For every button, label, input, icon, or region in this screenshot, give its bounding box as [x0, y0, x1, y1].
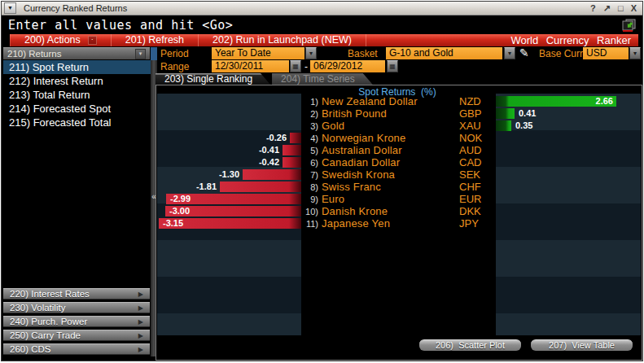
sidebar-section-bar[interactable]: 240) Purch. Power▶ [3, 316, 150, 327]
help-icon[interactable]: ? [590, 3, 596, 14]
currency-rank: 7) [301, 170, 318, 180]
menu-item[interactable]: 202) Run in Launchpad (NEW) [199, 34, 366, 46]
sidebar-section-bar[interactable]: 230) Volatility▶ [3, 302, 150, 313]
currency-name: Norwegian Krone [322, 132, 405, 144]
range-end-input[interactable]: 06/29/2012 [310, 60, 385, 72]
menu-item[interactable]: 200) Actions· [10, 34, 112, 46]
splitter-top-cap [151, 47, 157, 60]
currency-name: Gold [322, 120, 344, 132]
currency-row[interactable]: 7)Swedish KronaSEK [301, 168, 496, 181]
currency-name: Australian Dollar [322, 144, 402, 156]
window-menu-button[interactable]: ▼ [4, 2, 16, 14]
sidebar-section-bar[interactable]: 250) Carry Trade▶ [3, 330, 150, 341]
sidebar-item[interactable]: 215) Forecasted Total [3, 116, 151, 129]
currency-row[interactable]: 1)New Zealand DollarNZD [301, 95, 496, 107]
currency-rank: 5) [301, 146, 318, 155]
tab-bar: 203) Single Ranking204) Time Series [156, 73, 373, 85]
sidebar-item[interactable]: 214) Forecasted Spot [3, 102, 151, 116]
tab-time-series[interactable]: 204) Time Series [272, 73, 373, 85]
currency-code: XAU [459, 120, 481, 132]
currency-name: Euro [322, 193, 344, 205]
bar-value-label: 0.35 [515, 120, 532, 131]
negative-bar [220, 182, 301, 192]
range-separator: - [304, 61, 308, 72]
currency-row[interactable]: 3)GoldXAU [301, 120, 496, 132]
sidebar-section-bar[interactable]: 220) Interest Rates▶ [3, 288, 150, 300]
sidebar-section-bar[interactable]: 260) CDS▶ [3, 343, 150, 355]
base-curr-label: Base Curr [539, 48, 583, 59]
period-select[interactable]: Year To Date [212, 47, 304, 59]
actions-dropdown-marker[interactable]: · [88, 36, 97, 45]
currency-row[interactable]: 9)EuroEUR [301, 193, 496, 205]
view-table-button[interactable]: 207) View Table [531, 339, 633, 351]
menu-item[interactable]: 201) Refresh [112, 34, 199, 46]
app-window: ▼ Currency Ranked Returns ?↗□X Enter all… [1, 1, 643, 361]
function-title: World Currency Ranker [510, 34, 638, 46]
currency-code: GBP [459, 107, 481, 120]
basket-dropdown-icon[interactable]: ▾ [504, 47, 515, 59]
negative-bars-column: -0.26-0.41-0.42-1.30-1.81-2.99-3.00-3.15 [157, 94, 301, 335]
currency-code: CHF [459, 181, 481, 193]
currency-row[interactable]: 8)Swiss FrancCHF [301, 181, 496, 193]
sidebar-item[interactable]: 211) Spot Return [3, 60, 151, 74]
currency-row[interactable]: 10)Danish KroneDKK [301, 205, 496, 217]
currency-row[interactable]: 11)Japanese YenJPY [301, 217, 496, 230]
negative-bar [243, 169, 301, 180]
currency-row[interactable]: 2)British PoundGBP [301, 107, 496, 120]
bar-value-label: 0.41 [519, 108, 536, 119]
submenu-arrow-icon: ▶ [138, 291, 143, 298]
currency-name: British Pound [322, 107, 387, 120]
bar-value-label: -0.26 [266, 133, 287, 143]
bar-value-label: -1.30 [219, 169, 239, 180]
title-bar: ▼ Currency Ranked Returns ?↗□X [2, 2, 642, 15]
chevron-down-icon[interactable]: ▾ [135, 49, 146, 59]
currency-rank: 6) [301, 158, 318, 168]
popout-icon[interactable]: ↗ [603, 3, 611, 14]
currency-row[interactable]: 4)Norwegian KroneNOK [301, 132, 496, 144]
submenu-arrow-icon: ▶ [138, 304, 143, 312]
bar-value-label: -3.00 [169, 206, 190, 216]
bar-value-label: -1.81 [196, 182, 217, 192]
close-icon[interactable]: X [631, 3, 637, 14]
currency-rank: 8) [301, 182, 318, 192]
maximize-icon[interactable]: □ [618, 3, 624, 14]
bar-value-label: -0.41 [259, 145, 279, 155]
currency-rank: 10) [301, 207, 318, 216]
calendar-icon[interactable]: ▦ [290, 60, 301, 72]
bar-value-label: -2.99 [170, 194, 191, 204]
currency-code: NZD [459, 95, 481, 107]
currency-rank: 1) [301, 97, 318, 107]
currency-row[interactable]: 6)Canadian DollarCAD [301, 156, 496, 168]
calendar-icon[interactable]: ▦ [387, 60, 398, 72]
currency-code: AUD [459, 144, 481, 156]
currency-code: NOK [459, 132, 482, 144]
edit-basket-icon[interactable]: ✎ [519, 46, 529, 59]
range-start-input[interactable]: 12/30/2011 [212, 60, 289, 72]
negative-bar [290, 133, 301, 143]
positive-bars-column: 2.660.410.35 [496, 94, 641, 335]
sidebar-item[interactable]: 212) Interest Return [3, 74, 151, 88]
currency-name: Swedish Krona [322, 168, 395, 181]
menu-bar: 200) Actions·201) Refresh202) Run in Lau… [10, 34, 638, 46]
sidebar-item[interactable]: 213) Total Return [3, 88, 151, 102]
period-label: Period [160, 48, 189, 59]
basket-select[interactable]: G-10 and Gold [386, 47, 502, 59]
window-title: Currency Ranked Returns [24, 3, 127, 13]
tab-single-ranking[interactable]: 203) Single Ranking [156, 73, 270, 85]
negative-bar [283, 157, 301, 168]
currency-name: New Zealand Dollar [322, 95, 418, 107]
base-curr-select[interactable]: USD [583, 47, 629, 59]
currency-code: DKK [459, 205, 481, 217]
sidebar-header-returns[interactable]: 210) Returns ▾ [3, 47, 150, 59]
ranking-panel: Spot Returns (%) -0.26-0.41-0.42-1.30-1.… [156, 85, 642, 361]
window-controls: ?↗□X [590, 3, 637, 14]
range-label: Range [160, 61, 189, 72]
export-screenshot-icon[interactable] [622, 19, 636, 32]
currency-row[interactable]: 5)Australian DollarAUD [301, 144, 496, 156]
scatter-plot-button[interactable]: 206) Scatter Plot [419, 339, 521, 351]
period-dropdown-icon[interactable]: ▾ [305, 47, 317, 59]
command-line[interactable]: Enter all values and hit <Go> [2, 15, 642, 34]
positive-bar [496, 108, 515, 119]
base-curr-dropdown-icon[interactable]: ▾ [629, 47, 641, 59]
basket-label: Basket [348, 48, 378, 59]
